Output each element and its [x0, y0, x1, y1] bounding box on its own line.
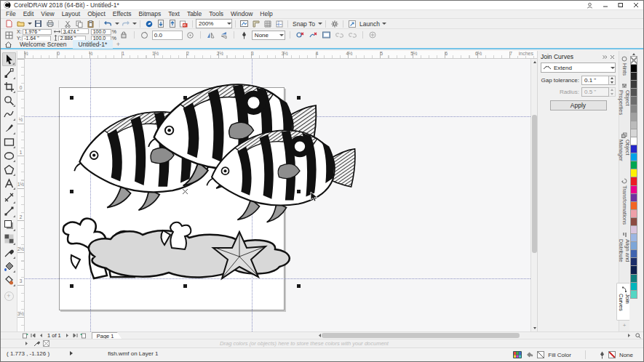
sand-pool-shape[interactable] [89, 230, 290, 277]
horizontal-ruler[interactable]: inches ½0½11½22½33½44½55½66½7 [25, 51, 537, 59]
paste-button[interactable] [85, 19, 96, 28]
menu-help[interactable]: Help [256, 10, 276, 18]
first-page-button[interactable] [29, 332, 37, 339]
parallel-dimension-tool[interactable] [2, 190, 16, 204]
join-mode-dropdown[interactable] [610, 63, 615, 73]
launch-icon[interactable] [346, 19, 357, 28]
minimize-button[interactable] [597, 1, 613, 9]
snap-to-dropdown[interactable] [317, 19, 322, 28]
previous-page-button[interactable] [37, 332, 45, 339]
copy-button[interactable] [73, 19, 84, 28]
close-button[interactable] [628, 1, 643, 9]
tab-welcome-screen[interactable]: Welcome Screen [14, 40, 73, 49]
canvas[interactable] [25, 59, 530, 331]
mirror-horizontal-button[interactable] [205, 31, 216, 40]
undo-button[interactable] [103, 19, 114, 28]
menu-view[interactable]: View [37, 10, 57, 18]
rectangle-tool[interactable] [2, 135, 16, 149]
outline-none-swatch[interactable] [608, 351, 616, 358]
add-page-before-button[interactable] [21, 332, 29, 339]
freehand-tool[interactable] [2, 108, 16, 121]
ellipse-tool[interactable] [2, 149, 16, 163]
export-button[interactable] [167, 19, 178, 28]
fill-color-icon[interactable] [525, 351, 533, 359]
scroll-down-arrow[interactable] [531, 325, 538, 331]
object-width-field[interactable]: 3.474 " [61, 28, 89, 34]
selection-handle-nw[interactable] [70, 96, 73, 100]
search-content-button[interactable] [143, 19, 154, 28]
fill-none-swatch[interactable] [537, 351, 544, 358]
print-button[interactable] [44, 19, 55, 28]
last-page-button[interactable] [71, 332, 79, 339]
scale-h-field[interactable]: 100.0 [91, 29, 111, 35]
remove-saved-settings-button[interactable] [295, 31, 306, 40]
home-icon[interactable] [2, 40, 14, 49]
selection-handle-w[interactable] [70, 190, 73, 193]
add-page-after-button[interactable] [79, 332, 87, 339]
zoom-level-combo[interactable]: 200% [196, 19, 232, 28]
navigator-magnifier-icon[interactable] [634, 332, 642, 339]
artistic-media-tool[interactable] [2, 121, 16, 135]
link-button-1[interactable] [334, 31, 345, 40]
remove-styles-button[interactable] [308, 31, 319, 40]
selection-handle-n[interactable] [183, 96, 187, 100]
menu-table[interactable]: Table [183, 10, 205, 18]
new-tab-button[interactable]: + [113, 41, 123, 48]
show-grid-button[interactable] [262, 19, 273, 28]
smart-fill-tool[interactable] [2, 273, 16, 287]
account-icon[interactable] [582, 1, 597, 9]
polygon-tool[interactable] [2, 163, 16, 177]
palette-swatch-29[interactable] [630, 290, 637, 299]
launch-label[interactable]: Launch [359, 20, 380, 28]
crop-tool[interactable] [2, 80, 16, 94]
menu-file[interactable]: File [2, 10, 20, 18]
save-button[interactable] [33, 19, 44, 28]
options-gear-icon[interactable] [329, 19, 340, 28]
cut-button[interactable] [62, 19, 73, 28]
docker-tab-hints[interactable]: Hints [621, 53, 629, 79]
selection-handle-sw[interactable] [70, 284, 73, 288]
menu-text[interactable]: Text [164, 10, 183, 18]
menu-tools[interactable]: Tools [205, 10, 227, 18]
add-docker-tab-button[interactable]: + [623, 322, 627, 329]
open-dropdown[interactable] [27, 19, 32, 28]
outline-pen-status-icon[interactable] [600, 351, 605, 359]
full-screen-preview-button[interactable] [239, 19, 250, 28]
launch-dropdown[interactable] [382, 19, 387, 28]
vertical-scroll-thumb[interactable] [532, 115, 537, 253]
new-document-button[interactable] [4, 19, 15, 28]
open-document-button[interactable] [15, 19, 26, 28]
zoom-tool[interactable] [2, 94, 16, 108]
quick-customize-button[interactable] [367, 31, 378, 40]
menu-layout[interactable]: Layout [58, 10, 84, 18]
lock-ratio-button[interactable] [119, 31, 130, 40]
redo-dropdown[interactable] [132, 19, 137, 28]
docker-tab-transformations[interactable]: Transformations [621, 175, 629, 228]
mirror-vertical-button[interactable] [218, 31, 229, 40]
link-button-2[interactable] [347, 31, 358, 40]
page-1-tab[interactable]: Page 1 [92, 332, 122, 339]
menu-bitmaps[interactable]: Bitmaps [135, 10, 165, 18]
scroll-up-arrow[interactable] [531, 59, 538, 65]
add-tools-button[interactable]: + [4, 291, 14, 301]
shape-tool[interactable] [2, 66, 16, 80]
vertical-ruler[interactable]: 0½11½22½33½ [17, 59, 25, 331]
selection-center-mark[interactable] [183, 189, 188, 194]
menu-edit[interactable]: Edit [20, 10, 38, 18]
show-guidelines-button[interactable] [274, 19, 285, 28]
connector-tool[interactable] [2, 204, 16, 218]
color-eyedropper-tool[interactable] [2, 246, 16, 260]
selection-handle-se[interactable] [297, 284, 301, 288]
outline-width-combo[interactable]: None [252, 31, 285, 40]
text-tool[interactable] [2, 177, 16, 190]
interactive-fill-tool[interactable] [2, 260, 16, 273]
redo-button[interactable] [120, 19, 131, 28]
x-position-field[interactable]: 1.976 " [23, 29, 52, 35]
restore-button[interactable] [613, 1, 628, 9]
docpalette-none-swatch[interactable] [43, 340, 49, 347]
fish-clipart-artwork[interactable] [25, 59, 530, 331]
docker-close-icon[interactable] [608, 54, 616, 60]
docpalette-eyedropper-icon[interactable] [33, 340, 40, 347]
horizontal-scrollbar[interactable] [125, 332, 643, 339]
tab-untitled-1-[interactable]: Untitled-1* [73, 40, 114, 49]
